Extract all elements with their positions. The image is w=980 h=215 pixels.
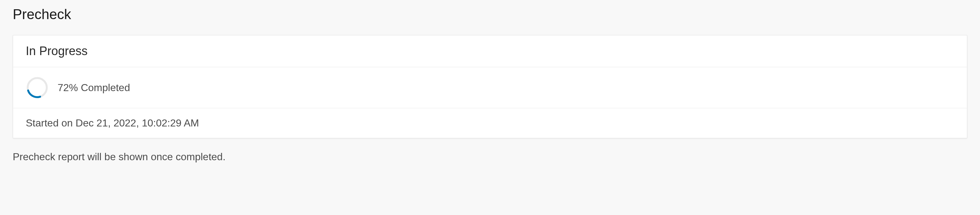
status-card: In Progress 72% Completed Started on Dec… bbox=[13, 35, 967, 138]
progress-label: 72% Completed bbox=[57, 82, 130, 94]
started-timestamp: Started on Dec 21, 2022, 10:02:29 AM bbox=[26, 117, 954, 129]
status-title: In Progress bbox=[26, 44, 954, 58]
footer-note: Precheck report will be shown once compl… bbox=[13, 151, 967, 163]
timestamp-row: Started on Dec 21, 2022, 10:02:29 AM bbox=[13, 108, 967, 138]
page-title: Precheck bbox=[13, 6, 967, 22]
progress-row: 72% Completed bbox=[13, 67, 967, 108]
progress-spinner-icon bbox=[26, 76, 49, 99]
status-header: In Progress bbox=[13, 35, 967, 67]
